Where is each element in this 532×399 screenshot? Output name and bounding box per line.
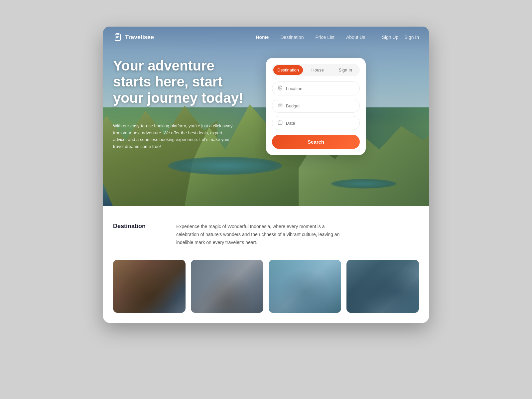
search-fields: Search xyxy=(272,81,360,149)
water-bay-left xyxy=(168,157,282,175)
card-deco-2 xyxy=(191,260,263,313)
logo-icon xyxy=(113,33,122,42)
date-field xyxy=(272,116,360,130)
nav-actions: Sign Up Sign In xyxy=(382,35,419,40)
hero-title: Your adventure starts here, start your j… xyxy=(113,58,256,106)
svg-rect-1 xyxy=(116,33,119,35)
lower-section: Destination Experience the magic of Wond… xyxy=(103,206,429,323)
location-field xyxy=(272,81,360,95)
hero-description: With our easy-to-use booking platform, y… xyxy=(113,123,236,150)
dest-card-3[interactable] xyxy=(269,260,341,313)
card-deco-1 xyxy=(113,260,186,313)
dest-card-1[interactable] xyxy=(113,260,186,313)
card-deco-3 xyxy=(269,260,341,313)
signup-link[interactable]: Sign Up xyxy=(382,35,399,40)
svg-rect-9 xyxy=(280,123,281,123)
budget-input[interactable] xyxy=(286,103,354,108)
navbar: Travelisee Home Destination Price List A… xyxy=(103,27,429,48)
water-bay-right xyxy=(331,179,396,188)
browser-window: Travelisee Home Destination Price List A… xyxy=(103,27,429,323)
tab-signin[interactable]: Sign In xyxy=(332,65,358,75)
destination-intro: Destination Experience the magic of Wond… xyxy=(113,223,419,246)
budget-field xyxy=(272,99,360,113)
nav-destination[interactable]: Destination xyxy=(280,35,304,40)
destination-cards xyxy=(113,260,419,313)
nav-links: Home Destination Price List About Us xyxy=(256,35,365,40)
hero-text-block: Your adventure starts here, start your j… xyxy=(113,58,256,150)
svg-rect-8 xyxy=(279,123,280,123)
nav-about-us[interactable]: About Us xyxy=(346,35,365,40)
svg-rect-2 xyxy=(116,36,119,37)
dest-card-2[interactable] xyxy=(191,260,263,313)
hero-section: Travelisee Home Destination Price List A… xyxy=(103,27,429,206)
logo[interactable]: Travelisee xyxy=(113,33,154,42)
calendar-icon xyxy=(278,120,283,126)
svg-rect-3 xyxy=(116,37,118,38)
search-card: Destination House Sign In xyxy=(266,58,366,155)
search-tabs: Destination House Sign In xyxy=(272,64,360,76)
nav-home[interactable]: Home xyxy=(256,35,269,40)
signin-link[interactable]: Sign In xyxy=(404,35,419,40)
logo-text: Travelisee xyxy=(125,34,154,41)
budget-icon xyxy=(278,103,283,109)
destination-description: Experience the magic of Wonderful Indone… xyxy=(176,223,342,246)
svg-point-6 xyxy=(280,105,281,106)
nav-price-list[interactable]: Price List xyxy=(315,35,334,40)
destination-section-label: Destination xyxy=(113,223,156,230)
location-input[interactable] xyxy=(286,86,354,91)
dest-card-4[interactable] xyxy=(346,260,419,313)
hero-content: Your adventure starts here, start your j… xyxy=(103,48,429,155)
svg-point-4 xyxy=(279,87,281,88)
location-icon xyxy=(278,85,283,91)
tab-house[interactable]: House xyxy=(305,65,331,75)
card-deco-4 xyxy=(346,260,419,313)
svg-rect-5 xyxy=(278,104,282,107)
search-button[interactable]: Search xyxy=(272,135,360,149)
tab-destination[interactable]: Destination xyxy=(273,65,303,75)
date-input[interactable] xyxy=(286,121,354,126)
